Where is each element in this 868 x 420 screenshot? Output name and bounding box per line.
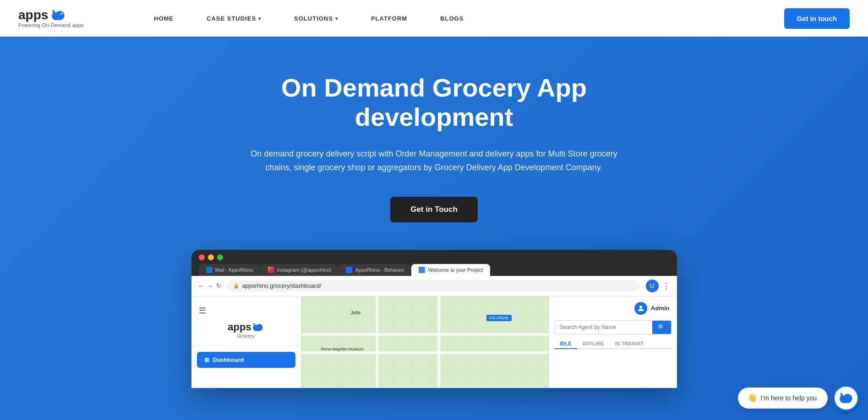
map-road-horizontal-2 [301, 351, 549, 354]
nav-cta: Get in touch [784, 8, 850, 29]
browser-tabs: Mail - AppsRhino Instagram (@appsrhino) … [199, 264, 670, 276]
map-label-jette: Jette [351, 310, 361, 315]
right-panel: Admin 🔍 IDLE OFFLINE IN TRANSIT [549, 296, 677, 388]
hero-section: On Demand Grocery App development On dem… [0, 37, 868, 420]
hero-title: On Demand Grocery App development [256, 73, 613, 132]
browser-content: ☰ apps Grocery ⊞ Dashboard [191, 296, 677, 388]
dashboard-icon: ⊞ [204, 356, 209, 363]
nav-blogs[interactable]: BLOGS [424, 0, 480, 37]
browser-address-bar: ← → ↻ 🔒 appsrhino.grocery/dashboard/ U ⋮ [191, 276, 677, 296]
map-road-horizontal [301, 333, 549, 336]
minimize-window-button[interactable] [208, 254, 214, 260]
forward-button[interactable]: → [207, 282, 213, 290]
back-button[interactable]: ← [198, 282, 204, 290]
browser-menu-icon[interactable]: ⋮ [662, 281, 671, 291]
chat-bubble: 👋 I'm here to help you. [738, 388, 828, 409]
browser-tab-behance[interactable]: AppsRhino - Behance [338, 264, 411, 276]
admin-label: Admin [651, 305, 669, 312]
address-url: appsrhino.grocery/dashboard/ [242, 282, 322, 289]
sidebar-rhino-icon [251, 322, 264, 332]
solutions-chevron-icon: ▾ [335, 16, 338, 21]
app-sidebar: ☰ apps Grocery ⊞ Dashboard [191, 296, 301, 388]
browser-tab-project[interactable]: Welcome to your Project [411, 264, 490, 276]
map-label-museum: Rene Magritte Museum [321, 347, 364, 351]
admin-avatar-icon [634, 302, 647, 315]
get-in-touch-button[interactable]: Get in touch [784, 8, 850, 29]
admin-header: Admin [555, 302, 671, 315]
maximize-window-button[interactable] [217, 254, 223, 260]
agent-status-tabs: IDLE OFFLINE IN TRANSIT [555, 339, 671, 349]
chat-avatar-logo [835, 387, 857, 409]
status-tab-in-transit[interactable]: IN TRANSIT [610, 339, 649, 349]
case-studies-chevron-icon: ▾ [258, 16, 261, 21]
svg-point-1 [639, 306, 642, 308]
hamburger-icon[interactable]: ☰ [191, 304, 301, 318]
map-background: Jette Rene Magritte Museum PICARDIE [301, 296, 549, 388]
sidebar-logo-sub: Grocery [237, 333, 255, 339]
svg-point-0 [61, 13, 63, 15]
logo-rhino-icon [50, 9, 66, 22]
map-road-vertical [376, 296, 378, 388]
nav-platform[interactable]: PLATFORM [355, 0, 424, 37]
close-window-button[interactable] [199, 254, 205, 260]
browser-tab-instagram[interactable]: Instagram (@appsrhino) [261, 264, 339, 276]
agent-search-button[interactable]: 🔍 [652, 321, 671, 334]
chat-rhino-icon [838, 392, 854, 404]
sidebar-brand-name: apps [228, 321, 264, 333]
behance-tab-favicon [346, 267, 352, 273]
browser-nav-arrows: ← → ↻ [198, 282, 221, 290]
logo-tagline: Powering On-Demand apps [18, 22, 84, 28]
admin-user-icon [637, 304, 645, 312]
project-tab-favicon [419, 267, 425, 273]
browser-tab-mail[interactable]: Mail - AppsRhino [199, 264, 261, 276]
nav-links: HOME CASE STUDIES ▾ SOLUTIONS ▾ PLATFORM… [137, 0, 784, 37]
hero-subtitle: On demand grocery delivery script with O… [246, 147, 622, 175]
sidebar-logo: apps Grocery [191, 321, 301, 346]
browser-user-area: U ⋮ [646, 280, 671, 292]
refresh-button[interactable]: ↻ [216, 282, 221, 289]
chat-avatar-button[interactable] [833, 385, 859, 411]
hero-cta-button[interactable]: Get in Touch [390, 197, 478, 222]
brand-name: apps [18, 9, 48, 22]
logo-text: apps [18, 9, 66, 22]
lock-icon: 🔒 [233, 283, 240, 289]
map-marker: PICARDIE [486, 315, 512, 321]
chat-message: I'm here to help you. [761, 394, 819, 402]
nav-case-studies[interactable]: CASE STUDIES ▾ [190, 0, 278, 37]
agent-search-bar: 🔍 [555, 320, 671, 334]
instagram-tab-favicon [268, 267, 274, 273]
address-bar[interactable]: 🔒 appsrhino.grocery/dashboard/ [227, 280, 640, 291]
map-road-vertical-2 [437, 296, 440, 388]
browser-chrome: Mail - AppsRhino Instagram (@appsrhino) … [191, 250, 677, 276]
status-tab-idle[interactable]: IDLE [555, 339, 577, 349]
browser-mockup: Mail - AppsRhino Instagram (@appsrhino) … [191, 250, 677, 388]
wave-emoji: 👋 [747, 393, 757, 403]
navbar: apps Powering On-Demand apps HOME CASE S… [0, 0, 868, 37]
logo[interactable]: apps Powering On-Demand apps [18, 9, 101, 28]
agent-search-input[interactable] [555, 321, 652, 334]
chat-widget: 👋 I'm here to help you. [738, 385, 859, 411]
browser-window-controls [199, 254, 670, 260]
nav-home[interactable]: HOME [137, 0, 190, 37]
mail-tab-favicon [206, 267, 213, 273]
status-tab-offline[interactable]: OFFLINE [577, 339, 610, 349]
map-panel: Jette Rene Magritte Museum PICARDIE [301, 296, 549, 388]
nav-solutions[interactable]: SOLUTIONS ▾ [278, 0, 355, 37]
browser-user-avatar[interactable]: U [646, 280, 659, 292]
dashboard-nav-item[interactable]: ⊞ Dashboard [197, 352, 295, 368]
